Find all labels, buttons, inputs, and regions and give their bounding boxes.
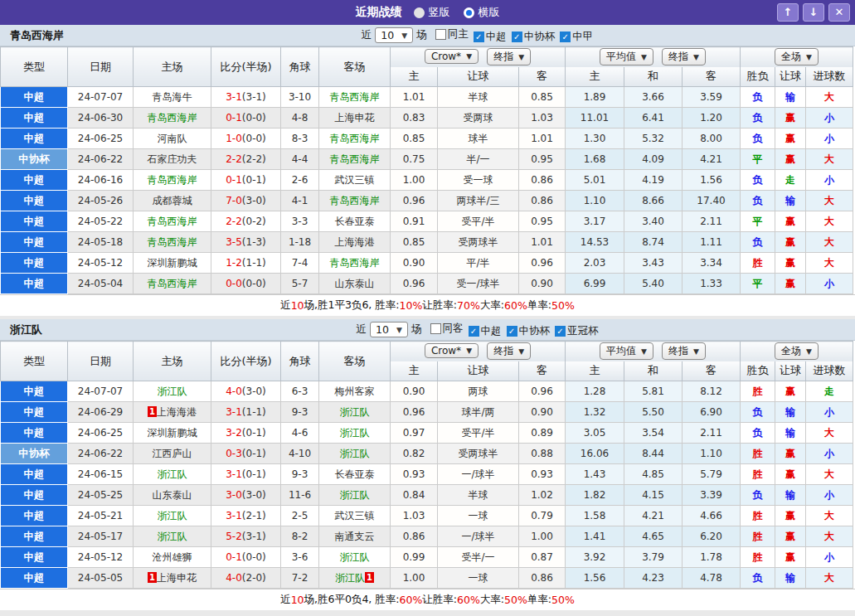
handicap-cell: 受平/半 — [438, 423, 519, 444]
sub-header-result: 进球数 — [806, 361, 853, 381]
checkbox-checked-icon: ✓ — [560, 32, 571, 42]
radio-vertical-layout[interactable]: 竖版 — [414, 5, 450, 20]
avg-draw-cell: 3.54 — [624, 423, 683, 444]
league-filter-checkbox[interactable]: ✓亚冠杯 — [555, 324, 599, 338]
summary-text: 场,胜1平3负6, 胜率: — [304, 298, 400, 313]
handicap-cell: 一/球半 — [438, 464, 519, 485]
odds-home-cell: 0.91 — [391, 211, 438, 232]
league-filter-checkbox[interactable]: 同主 — [435, 27, 469, 41]
recent-results-window: 近期战绩 竖版 横版 ↑ ↓ ✕ 青岛西海岸 近 1 — [0, 0, 855, 610]
league-filter-checkbox[interactable]: ✓中甲 — [560, 30, 593, 44]
odds-home-cell: 0.86 — [391, 526, 438, 547]
radio-horizontal-layout[interactable]: 横版 — [464, 5, 500, 20]
away-team-cell: 浙江队 — [319, 444, 391, 464]
match-row: 中超24-05-17浙江队5-2(3-1)8-2南通支云0.86一/球半1.00… — [1, 526, 853, 547]
away-team-name: 南通支云 — [335, 531, 375, 542]
odds-away-cell: 1.00 — [519, 526, 566, 547]
result-goals-cell: 走 — [806, 381, 853, 402]
corners-cell: 3-3 — [281, 211, 319, 232]
match-count-select[interactable]: 10 ▼ — [370, 322, 408, 337]
avg-away-cell: 1.10 — [683, 444, 741, 464]
home-team-name: 青岛西海岸 — [148, 174, 197, 186]
result-outcome-cell: 负 — [741, 402, 775, 423]
avg-away-cell: 4.21 — [683, 149, 741, 170]
league-cell: 中超 — [1, 423, 68, 444]
league-cell: 中超 — [1, 526, 68, 547]
result-goals-cell: 大 — [806, 423, 853, 444]
odds-home-cell: 0.93 — [391, 464, 438, 485]
home-team-name: 青岛西海岸 — [148, 236, 197, 248]
avg-home-cell: 1.43 — [566, 464, 624, 485]
fulltime-score: 3-2 — [226, 427, 242, 439]
average-source-dropdown[interactable]: 平均值▼ — [600, 342, 653, 360]
odds-source-dropdown[interactable]: Crow*▼ — [425, 343, 479, 358]
odds-home-cell: 0.96 — [391, 274, 438, 294]
corners-cell: 3-10 — [281, 87, 319, 108]
sub-header-odds: 客 — [519, 67, 566, 87]
scope-dropdown[interactable]: 全场▼ — [775, 342, 819, 360]
avg-away-cell: 2.11 — [683, 423, 741, 444]
date-cell: 24-07-07 — [68, 381, 134, 402]
corners-cell: 4-8 — [281, 108, 319, 129]
league-cell: 中协杯 — [1, 149, 68, 170]
average-source-dropdown[interactable]: 平均值▼ — [600, 48, 653, 65]
odds-source-dropdown[interactable]: Crow*▼ — [425, 49, 479, 64]
average-kind-dropdown[interactable]: 终指▼ — [662, 342, 706, 360]
home-team-name: 浙江队 — [158, 468, 187, 480]
result-handicap-cell: 输 — [775, 485, 806, 506]
league-filter-checkbox[interactable]: ✓中超 — [469, 324, 502, 338]
score-cell: 2-2(2-2) — [211, 149, 281, 170]
date-cell: 24-05-17 — [68, 526, 134, 547]
summary-stat-value: 60% — [504, 299, 527, 312]
close-button[interactable]: ✕ — [828, 3, 850, 22]
odds-away-cell: 0.89 — [519, 423, 566, 444]
result-outcome-cell: 负 — [741, 129, 775, 149]
handicap-cell: 受两球半 — [438, 444, 519, 464]
odds-home-cell: 0.99 — [391, 547, 438, 568]
result-handicap-cell: 赢 — [775, 232, 806, 253]
avg-home-cell: 1.30 — [566, 129, 624, 149]
team-section: 浙江队 近 10 ▼ 场 同客✓中超✓中协杯✓亚冠杯 — [0, 319, 855, 610]
odds-away-cell: 0.95 — [519, 149, 566, 170]
result-handicap-cell: 输 — [775, 87, 806, 108]
halftime-score: (3-1) — [242, 91, 266, 103]
halftime-score: (0-0) — [242, 133, 266, 144]
odds-kind-dropdown[interactable]: 终指▼ — [487, 48, 531, 65]
halftime-score: (3-0) — [242, 195, 266, 206]
fulltime-score: 4-0 — [226, 572, 242, 584]
score-cell: 0-1(0-0) — [211, 547, 281, 568]
score-cell: 2-2(0-2) — [211, 211, 281, 232]
avg-home-cell: 1.82 — [566, 485, 624, 506]
corners-cell: 3-6 — [281, 547, 319, 568]
match-count-select[interactable]: 10 ▼ — [375, 27, 413, 43]
average-kind-dropdown[interactable]: 终指▼ — [662, 48, 706, 65]
odds-home-cell: 1.00 — [391, 568, 438, 589]
table-body: 中超24-07-07浙江队4-0(3-0)6-3梅州客家0.90两球0.961.… — [1, 381, 853, 589]
league-filter-checkbox[interactable]: 同客 — [430, 322, 464, 336]
red-card-badge: 1 — [148, 572, 157, 583]
checkbox-label: 中超 — [481, 324, 502, 338]
away-team-cell: 青岛西海岸 — [319, 129, 391, 149]
handicap-cell: 一球 — [438, 506, 519, 526]
odds-home-cell: 1.03 — [391, 506, 438, 526]
league-cell: 中超 — [1, 87, 68, 108]
match-row: 中超24-05-21浙江队3-1(2-1)2-5武汉三镇1.03一球0.791.… — [1, 506, 853, 526]
result-goals-cell: 大 — [806, 464, 853, 485]
odds-kind-dropdown[interactable]: 终指▼ — [487, 342, 531, 360]
odds-home-cell: 0.85 — [391, 232, 438, 253]
match-row: 中协杯24-06-22江西庐山0-3(0-1)4-10浙江队0.82受两球半0.… — [1, 444, 853, 464]
league-filter-checkbox[interactable]: ✓中协杯 — [512, 30, 556, 44]
odds-home-cell: 0.97 — [391, 423, 438, 444]
arrow-down-button[interactable]: ↓ — [803, 3, 824, 22]
avg-draw-cell: 6.41 — [624, 108, 683, 129]
radio-vertical-label: 竖版 — [429, 5, 450, 20]
team-name: 浙江队 — [10, 323, 42, 337]
odds-away-cell: 1.01 — [519, 129, 566, 149]
avg-away-cell: 2.11 — [683, 211, 741, 232]
league-filter-checkbox[interactable]: ✓中超 — [474, 30, 507, 44]
avg-draw-cell: 4.85 — [624, 464, 683, 485]
date-cell: 24-05-26 — [68, 191, 134, 211]
arrow-up-button[interactable]: ↑ — [777, 3, 799, 22]
scope-dropdown[interactable]: 全场▼ — [775, 48, 819, 65]
league-filter-checkbox[interactable]: ✓中协杯 — [507, 324, 551, 338]
